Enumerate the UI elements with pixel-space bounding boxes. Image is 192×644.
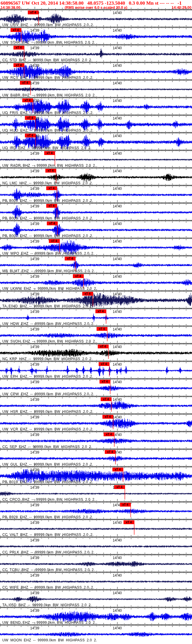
station-label: NC LMC HHZ -- 99999.0km BW HIGHPASS 2.0 …: [2, 181, 93, 185]
pick-flag-TA-E04D-BHZ[interactable]: xT 4: [82, 292, 93, 296]
time-label-1440: 14:40: [113, 398, 122, 402]
window-start-time: 14:38:38.00: [1, 6, 20, 10]
trace-row-CC-VALT-BHZ[interactable]: 14:3914:40xT 4CC VALT BHZ -- 99999.0km B…: [0, 519, 192, 537]
pick-flag-CC-CPCO-BHZ[interactable]: xT 4: [114, 485, 125, 489]
trace-row-CC-PRLK-BHZ[interactable]: 14:3914:40CC PRLK BHZ -- 99999.0km BW HI…: [0, 537, 192, 555]
trace-row-UW-LKWW-EHZ[interactable]: 14:3914:40xT 4UW LKWW EHZ -- 99999.0km B…: [0, 273, 192, 291]
pick-flag-UW-GUL-EHZ[interactable]: xT 4: [105, 450, 115, 454]
time-label-1440: 14:40: [113, 222, 122, 226]
pick-flag-UW-BABR-BHZ[interactable]: xT 4: [20, 81, 30, 85]
pick-flag-CC-STD-BHZ[interactable]: xT 4: [13, 46, 24, 50]
pick-flag-UW-RADR-BHZ[interactable]: xT 4: [44, 151, 55, 155]
pick-flag-UW-CPW-EHZ[interactable]: xT 4: [100, 380, 110, 384]
time-label-1439: 14:39: [30, 239, 39, 243]
time-label-1439: 14:39: [30, 345, 39, 349]
time-label-1439: 14:39: [30, 310, 39, 314]
time-label-1439: 14:39: [30, 151, 39, 156]
pick-flag-UW-LRIV-BHZ[interactable]: xT 4: [28, 11, 38, 14]
station-label: CC VALT BHZ -- 99999.0km BW HIGHPASS 2.0…: [2, 533, 94, 537]
station-label: UO HIJO EHZ -- 99999.0km BW HIGHPASS 2.0…: [2, 128, 94, 132]
trace-row-PB-B006-EHZ[interactable]: 14:3914:40xT 4PB B006 EHZ -- 99999.0km B…: [0, 203, 192, 221]
trace-row-PB-B019-EHZ[interactable]: 14:3914:40xT 4PB B019 EHZ -- 99999.0km B…: [0, 467, 192, 484]
pick-flag-UW-STAR-EHZ[interactable]: xT 4: [11, 28, 21, 32]
station-label: UW MOON EHZ -- 99999.0km BW HIGHPASS 2.0…: [2, 638, 97, 642]
trace-row-PB-B005-EHZ[interactable]: 14:3914:40xT 4PB B005 EHZ -- 99999.0km B…: [0, 185, 192, 203]
time-label-1440: 14:40: [113, 169, 122, 173]
time-label-1440: 14:40: [113, 81, 122, 85]
pick-flag-PB-B005-EHZ[interactable]: xT 4: [46, 186, 57, 190]
trace-row-UW-HDW-EHZ[interactable]: 14:3914:40xT 4UW HDW EHZ -- 99999.0km BW…: [0, 309, 192, 326]
trace-row-CC-SEP-EHZ[interactable]: 14:3914:40xT 4CC SEP EHZ -- 99999.0km BW…: [0, 432, 192, 449]
trace-row-UW-VCR-EHZ[interactable]: 14:3914:40xT 4UW VCR EHZ -- 99999.0km BW…: [0, 414, 192, 432]
trace-row-UW-CPW-EHZ[interactable]: 14:3914:40xT 4UW CPW EHZ -- 99999.0km BW…: [0, 379, 192, 396]
pick-flag-MB-BLMT-EHZ[interactable]: xT 4: [65, 257, 75, 260]
time-label-1439: 14:39: [30, 433, 39, 437]
station-label: CC PRLK BHZ -- 99999.0km BW HIGHPASS 2.0…: [2, 550, 95, 554]
pick-flag-UW-EPH-EHZ[interactable]: xT 4: [99, 362, 109, 366]
pick-flag-CC-VALT-BHZ[interactable]: xT 4: [124, 520, 134, 524]
pick-flag-UW-SVOH-EHZ[interactable]: xT 4: [97, 327, 107, 331]
station-label: UW STAR EHZ -- 99999.0km BW HIGHPASS 2.0…: [2, 40, 95, 45]
trace-row-MB-BLMT-EHZ[interactable]: 14:3914:40xT 4MB BLMT EHZ -- 99999.0km B…: [0, 256, 192, 273]
time-label-1439: 14:39: [30, 81, 39, 85]
trace-row-UW-RADR-BHZ[interactable]: 14:3914:40xT 4UW RADR BHZ -- 99999.0km B…: [0, 150, 192, 168]
trace-row-UW-EPH-EHZ[interactable]: 14:3914:40xT 4UW EPH EHZ -- 99999.0km BW…: [0, 361, 192, 379]
trace-row-UW-HSR-EHZ[interactable]: 14:3914:40xT 4UW HSR EHZ -- 99999.0km BW…: [0, 396, 192, 414]
pick-flag-CC-SEP-EHZ[interactable]: xT 4: [104, 432, 114, 436]
pick-flag-UW-RCS-EHZ[interactable]: xT 4: [13, 63, 24, 67]
station-label: UW GUL EHZ -- 99999.0km BW HIGHPASS 2.0 …: [2, 462, 93, 466]
trace-row-UW-GUL-EHZ[interactable]: 14:3914:40xT 4UW GUL EHZ -- 99999.0km BW…: [0, 449, 192, 467]
trace-row-UW-MOON-EHZ[interactable]: 14:3914:40UW MOON EHZ -- 99999.0km BW HI…: [0, 625, 192, 643]
trace-row-UO-FRIS-EHZ[interactable]: 14:3914:40xT 4UO FRIS EHZ -- 99999.0km B…: [0, 98, 192, 115]
trace-row-TA-E04D-BHZ[interactable]: 14:3914:40xT 4TA E04D BHZ -- 99999.0km B…: [0, 291, 192, 309]
time-label-1439: 14:39: [30, 626, 39, 630]
trace-row-CC-CPCO-BHZ[interactable]: 14:3914:40xT 4CC CPCO BHZ -- 99999.0km B…: [0, 484, 192, 502]
pick-flag-PB-B928-EHZ[interactable]: xT 4: [120, 503, 131, 507]
trace-row-CC-TCBU-BHZ[interactable]: 14:3914:40CC TCBU BHZ -- 99999.0km BW HI…: [0, 555, 192, 572]
trace-row-TA-I05D-BHZ[interactable]: 14:3914:40TA I05D BHZ -- 99999.0km BW HI…: [0, 590, 192, 607]
trace-row-UW-RCS-EHZ[interactable]: 14:3914:40xT 4UW RCS EHZ -- 99999.0km BW…: [0, 62, 192, 80]
trace-row-NC-KRP-HHZ[interactable]: 14:3914:40xT 4NC KRP HHZ -- 99999.0km BW…: [0, 344, 192, 361]
pick-flag-UW-HDW-EHZ[interactable]: xT 4: [95, 309, 106, 313]
time-label-1440: 14:40: [113, 292, 122, 296]
trace-row-UW-WPO-EHZ[interactable]: 14:3914:40xT 4UW WPO EHZ -- 99999.0km BW…: [0, 238, 192, 256]
trace-row-PB-B007-EHZ[interactable]: 14:3914:40xT 4PB B007 EHZ -- 99999.0km B…: [0, 221, 192, 238]
pick-flag-NC-LMC-HHZ[interactable]: xT 4: [45, 169, 56, 173]
trace-row-UW-BEND-EHZ[interactable]: 14:3914:40UW BEND EHZ -- 99999.0km BW HI…: [0, 607, 192, 625]
pick-flag-UW-WPO-EHZ[interactable]: xT 4: [49, 239, 59, 243]
time-label-1440: 14:40: [113, 64, 122, 68]
time-label-1439: 14:39: [30, 169, 39, 173]
time-label-1440: 14:40: [113, 345, 122, 349]
trace-row-PB-B928-EHZ[interactable]: 14:3914:40xT 4PB B928 EHZ -- 99999.0km B…: [0, 502, 192, 519]
time-label-1440: 14:40: [113, 538, 122, 542]
pick-flag-UW-LKWW-EHZ[interactable]: xT 4: [73, 274, 83, 278]
time-label-1439: 14:39: [30, 327, 39, 331]
pick-flag-PB-B007-EHZ[interactable]: xT 4: [47, 222, 57, 225]
time-label-1440: 14:40: [113, 151, 122, 156]
pick-flag-PB-B006-EHZ[interactable]: xT 4: [46, 204, 57, 208]
station-label: PB B019 EHZ -- 99999.0km BW HIGHPASS 2.0…: [2, 480, 93, 484]
pick-flag-UO-FRIS-EHZ[interactable]: xT 4: [22, 98, 33, 102]
time-label-1439: 14:39: [30, 556, 39, 560]
time-label-1440: 14:40: [113, 239, 122, 243]
trace-row-CC-WIFE-BHZ[interactable]: 14:3914:40CC WIFE BHZ -- 99999.0km BW HI…: [0, 572, 192, 590]
trace-row-UO-HIJO-EHZ[interactable]: 14:3914:40xT 4UO HIJO EHZ -- 99999.0km B…: [0, 115, 192, 133]
pick-flag-UW-VCR-EHZ[interactable]: xT 4: [102, 415, 113, 419]
time-label-1439: 14:39: [30, 398, 39, 402]
trace-row-NC-LMC-HHZ[interactable]: 14:3914:40xT 4NC LMC HHZ -- 99999.0km BW…: [0, 168, 192, 185]
time-label-1439: 14:39: [30, 468, 39, 472]
pick-flag-UW-HSR-EHZ[interactable]: xT 4: [101, 397, 111, 401]
time-label-1439: 14:39: [30, 503, 39, 507]
pick-flag-PB-B019-EHZ[interactable]: xT 4: [112, 468, 123, 471]
pick-flag-UO-IRD-EHZ[interactable]: xT 4: [25, 134, 35, 137]
trace-row-UW-BABR-BHZ[interactable]: 14:3914:40xT 4UW BABR BHZ -- 99999.0km B…: [0, 80, 192, 98]
station-label: PB B006 EHZ -- 99999.0km BW HIGHPASS 2.0…: [2, 216, 93, 220]
trace-row-UW-LRIV-BHZ[interactable]: 14:3914:40xT 4UW LRIV BHZ -- 99999.0km B…: [0, 10, 192, 27]
trace-row-UW-STAR-EHZ[interactable]: 14:3914:40xT 4UW STAR EHZ -- 99999.0km B…: [0, 27, 192, 45]
pick-flag-NC-KRP-HHZ[interactable]: xT 4: [98, 345, 108, 348]
trace-row-CC-STD-BHZ[interactable]: 14:3914:40xT 4CC STD BHZ -- 99999.0km BW…: [0, 45, 192, 62]
station-label: TA I05D BHZ -- 99999.0km BW HIGHPASS 2.0…: [2, 603, 92, 607]
trace-row-UW-SVOH-EHZ[interactable]: 14:3914:40xT 4UW SVOH EHZ -- 99999.0km B…: [0, 326, 192, 344]
trace-row-UO-IRD-EHZ[interactable]: 14:3914:40xT 4UO IRD EHZ -- 99999.0km BW…: [0, 133, 192, 150]
pick-flag-UO-HIJO-EHZ[interactable]: xT 4: [25, 116, 35, 120]
